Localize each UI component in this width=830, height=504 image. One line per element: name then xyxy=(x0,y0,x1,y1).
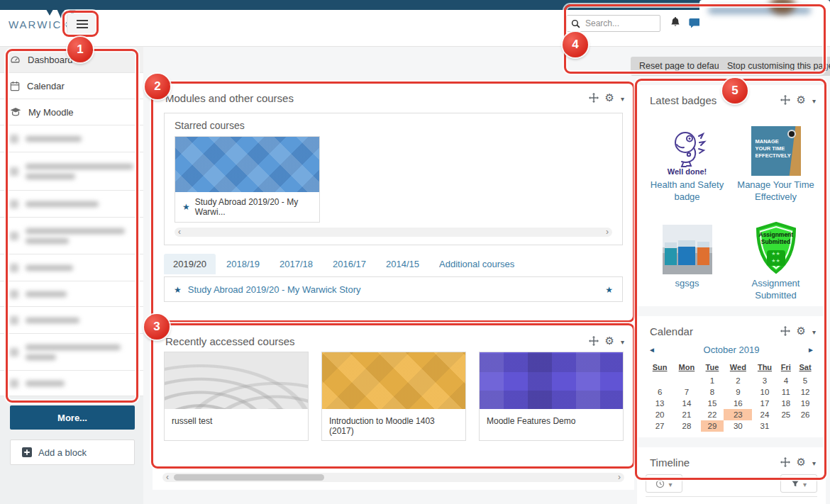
sidebar-item-blurred[interactable] xyxy=(0,191,143,218)
badge-label: Assignment Submitted xyxy=(735,278,817,302)
starred-courses-panel: Starred courses Study Abroad 2019/20 - M… xyxy=(164,113,623,245)
sidebar-item-blurred[interactable] xyxy=(0,307,143,334)
tab-2014-15[interactable]: 2014/15 xyxy=(377,254,428,274)
calendar-day-event[interactable]: 23 xyxy=(724,409,752,420)
sidebar-item-blurred[interactable] xyxy=(0,125,143,152)
sidebar-item-blurred[interactable] xyxy=(0,371,143,396)
course-image-triangles xyxy=(322,352,465,409)
day-header: Sat xyxy=(795,362,816,375)
calendar-day xyxy=(647,375,673,386)
tab-2018-19[interactable]: 2018/19 xyxy=(217,254,269,274)
course-card[interactable]: Moodle Features Demo xyxy=(479,352,624,441)
scroll-right-icon[interactable] xyxy=(606,228,609,236)
sidebar-item-blurred[interactable] xyxy=(0,152,143,191)
next-month-icon[interactable] xyxy=(807,346,814,354)
add-block-button[interactable]: Add a block xyxy=(10,439,135,465)
dinosaur-doodle-icon xyxy=(668,128,707,169)
calendar-day xyxy=(795,420,816,432)
calendar-day: 31 xyxy=(752,420,777,432)
calendar-day: 30 xyxy=(724,420,752,432)
day-header: Sun xyxy=(647,362,673,375)
notifications-bell-icon[interactable] xyxy=(670,16,681,28)
scrollbar-thumb[interactable] xyxy=(174,474,324,481)
tab-2017-18[interactable]: 2017/18 xyxy=(270,254,322,274)
logo-text: WARWICK xyxy=(9,18,70,30)
chevron-down-icon[interactable] xyxy=(812,456,816,469)
timeline-block: Timeline xyxy=(637,447,826,504)
calendar-day-today[interactable]: 17 xyxy=(752,398,777,409)
calendar-day: 18 xyxy=(778,398,795,409)
search-input[interactable] xyxy=(585,16,658,31)
tab-2019-20[interactable]: 2019/20 xyxy=(164,254,216,274)
move-icon[interactable] xyxy=(780,95,790,105)
calendar-day: 5 xyxy=(795,375,816,386)
calendar-day: 9 xyxy=(724,386,752,398)
recent-courses-block: Recently accessed courses russell test I… xyxy=(153,326,634,490)
badge-label: sgsgs xyxy=(675,278,699,290)
timeline-filter-dropdown[interactable] xyxy=(780,474,817,493)
move-icon[interactable] xyxy=(589,336,599,346)
horizontal-scrollbar[interactable] xyxy=(175,228,612,237)
move-icon[interactable] xyxy=(780,326,790,336)
chevron-down-icon[interactable] xyxy=(621,335,624,347)
calendar-day: 4 xyxy=(778,375,795,386)
calendar-day-event[interactable]: 29 xyxy=(701,420,724,432)
gear-icon[interactable] xyxy=(797,325,806,337)
badge-health-and-safety[interactable]: Well done! Health and Safety badge xyxy=(646,113,729,203)
watch-icon xyxy=(787,130,796,138)
calendar-day: 13 xyxy=(647,398,673,409)
filter-funnel-icon xyxy=(791,479,799,488)
course-link[interactable]: Study Abroad 2019/20 - My Warwick Story xyxy=(188,284,599,295)
calendar-day: 21 xyxy=(673,409,700,420)
add-block-label: Add a block xyxy=(38,447,87,458)
move-icon[interactable] xyxy=(589,93,599,103)
gear-icon[interactable] xyxy=(605,91,614,104)
reset-page-button[interactable]: Reset page to default xyxy=(631,57,732,76)
user-menu-blurred[interactable] xyxy=(699,0,830,35)
gear-icon[interactable] xyxy=(797,456,806,469)
day-header: Fri xyxy=(778,362,795,375)
day-header: Wed xyxy=(724,362,752,375)
badge-sgsgs[interactable]: sgsgs xyxy=(646,212,729,302)
calendar-month-label[interactable]: October 2019 xyxy=(704,345,760,355)
sidebar-item-calendar[interactable]: Calendar xyxy=(0,73,143,99)
sidebar-item-blurred[interactable] xyxy=(0,218,143,254)
starred-course-card[interactable]: Study Abroad 2019/20 - My Warwi... xyxy=(175,136,320,223)
more-button[interactable]: More... xyxy=(10,405,135,430)
menu-toggle-button[interactable] xyxy=(67,13,97,35)
sidebar-item-dashboard[interactable]: Dashboard xyxy=(0,47,143,73)
calendar-day: 20 xyxy=(647,409,673,420)
previous-month-icon[interactable] xyxy=(648,346,655,354)
move-icon[interactable] xyxy=(780,457,790,467)
tab-additional-courses[interactable]: Additional courses xyxy=(430,254,524,274)
tab-2016-17[interactable]: 2016/17 xyxy=(323,254,375,274)
chevron-down-icon xyxy=(803,477,807,490)
gear-icon[interactable] xyxy=(605,335,614,347)
chevron-down-icon[interactable] xyxy=(812,325,816,337)
course-card[interactable]: russell test xyxy=(164,352,309,441)
course-list-row: Study Abroad 2019/20 - My Warwick Story xyxy=(164,276,623,302)
scroll-left-icon[interactable] xyxy=(166,473,169,481)
scroll-right-icon[interactable] xyxy=(618,473,621,481)
chevron-down-icon[interactable] xyxy=(621,91,624,104)
stop-customising-button[interactable]: Stop customising this page xyxy=(719,57,830,76)
divider xyxy=(646,496,817,497)
calendar-day: 2 xyxy=(724,375,752,386)
sidebar-item-blurred[interactable] xyxy=(0,334,143,371)
modules-block-title: Modules and other courses xyxy=(165,92,294,104)
course-card[interactable]: Introduction to Moodle 1403 (2017) xyxy=(321,352,466,441)
chevron-down-icon[interactable] xyxy=(812,94,816,106)
sidebar-item-blurred[interactable] xyxy=(0,254,143,281)
sidebar-item-blurred[interactable] xyxy=(0,281,143,307)
badge-manage-your-time[interactable]: MANAGE YOUR TIME EFFECTIVELY Manage Your… xyxy=(735,113,817,203)
scroll-left-icon[interactable] xyxy=(178,228,181,236)
gear-icon[interactable] xyxy=(797,94,806,106)
username-blurred xyxy=(708,6,811,14)
calendar-day: 12 xyxy=(795,386,816,398)
sidebar-item-my-moodle[interactable]: My Moodle xyxy=(0,99,143,125)
horizontal-scrollbar[interactable] xyxy=(162,473,624,482)
badge-assignment-submitted[interactable]: Assignment Submitted Assignment Submitte… xyxy=(735,212,817,302)
calendar-day: 16 xyxy=(724,398,752,409)
star-toggle-icon[interactable] xyxy=(605,283,613,296)
timeline-sort-dropdown[interactable] xyxy=(646,474,682,493)
